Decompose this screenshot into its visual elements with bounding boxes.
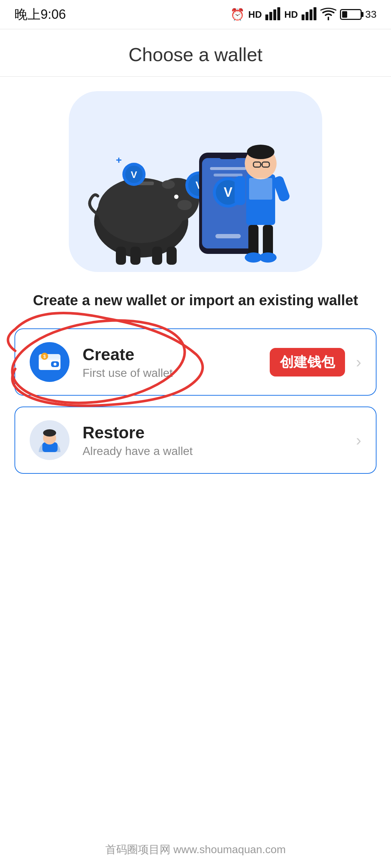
illustration-svg: V V + + V [69, 91, 322, 272]
svg-point-54 [54, 363, 56, 366]
restore-card-text: Restore Already have a wallet [83, 423, 352, 458]
restore-wallet-icon [30, 420, 70, 460]
battery-level: 33 [365, 9, 377, 20]
svg-point-60 [43, 429, 56, 437]
svg-rect-5 [306, 12, 308, 20]
create-card-title: Create [83, 345, 270, 364]
footer-text: 首码圈项目网 www.shoumaquan.com [105, 843, 286, 855]
illustration-container: V V + + V [0, 77, 391, 286]
svg-point-12 [177, 200, 192, 210]
create-card-subtitle: First use of wallet [83, 366, 270, 380]
hd-icon-1: HD [248, 9, 262, 20]
svg-rect-14 [116, 247, 126, 265]
create-chevron-icon: › [356, 353, 361, 371]
svg-rect-31 [214, 174, 243, 176]
page-title: Choose a wallet [0, 44, 391, 65]
svg-rect-29 [219, 153, 237, 159]
svg-rect-15 [130, 247, 140, 265]
svg-text:V: V [224, 185, 232, 200]
svg-rect-0 [265, 14, 268, 20]
svg-rect-2 [273, 9, 276, 20]
footer-watermark: 首码圈项目网 www.shoumaquan.com [0, 842, 391, 857]
page-subtitle: Create a new wallet or import an existin… [0, 286, 391, 328]
create-card-text: Create First use of wallet [83, 345, 270, 380]
hd-icon-2: HD [284, 9, 298, 20]
status-time: 晚上9:06 [14, 6, 66, 24]
clock-icon: ⏰ [230, 8, 245, 21]
svg-rect-16 [152, 247, 162, 265]
svg-point-13 [174, 195, 178, 199]
restore-chevron-icon: › [356, 431, 361, 449]
create-wallet-icon: $ [30, 342, 70, 382]
page-header: Choose a wallet [0, 29, 391, 76]
restore-wallet-card[interactable]: Restore Already have a wallet › [14, 407, 377, 474]
status-bar: 晚上9:06 ⏰ HD HD [0, 0, 391, 29]
svg-rect-35 [215, 234, 241, 238]
svg-rect-4 [302, 14, 304, 20]
wifi-icon [320, 7, 336, 22]
create-wallet-card[interactable]: $ Create First use of wallet 创建钱包 › [14, 328, 377, 396]
svg-rect-46 [249, 178, 272, 200]
signal-bars-2 [302, 7, 317, 22]
restore-card-subtitle: Already have a wallet [83, 444, 352, 458]
battery-icon [340, 9, 362, 20]
signal-bars-1 [265, 7, 281, 22]
restore-card-title: Restore [83, 423, 352, 442]
svg-rect-30 [210, 167, 246, 170]
svg-text:V: V [131, 169, 137, 180]
svg-text:$: $ [43, 354, 46, 359]
illustration-bg: V V + + V [69, 91, 322, 272]
svg-text:+: + [116, 154, 122, 166]
create-badge: 创建钱包 [270, 348, 345, 376]
status-icons: ⏰ HD HD [230, 7, 377, 22]
svg-rect-6 [310, 9, 312, 20]
svg-rect-3 [277, 7, 280, 20]
svg-point-11 [162, 180, 175, 189]
svg-rect-17 [167, 247, 177, 265]
battery-fill [342, 11, 347, 18]
svg-point-38 [247, 145, 274, 159]
cards-container: $ Create First use of wallet 创建钱包 › Rest… [0, 328, 391, 474]
svg-rect-7 [314, 7, 316, 20]
svg-rect-1 [269, 12, 272, 20]
svg-rect-47 [235, 176, 245, 205]
svg-point-45 [259, 252, 277, 263]
